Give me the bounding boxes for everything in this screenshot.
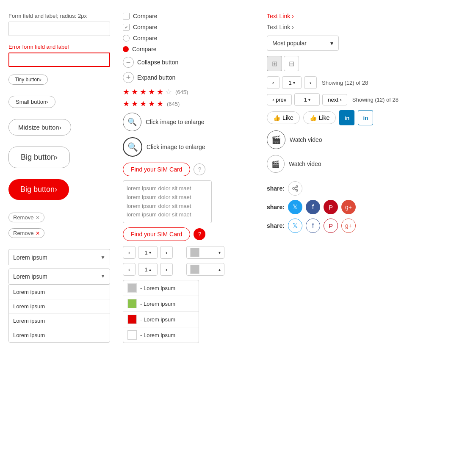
facebook-button-filled[interactable]: f [306, 200, 320, 214]
pag-left-button[interactable]: ‹ [267, 76, 280, 89]
radio-row-1: Compare [123, 35, 254, 42]
pag-next-button[interactable]: next › [322, 94, 347, 105]
pag-prev-button[interactable]: ‹ [123, 246, 136, 259]
share-row-1: share: [267, 181, 468, 196]
midsize-button[interactable]: Midsize button [8, 119, 71, 136]
twitter-button-outline[interactable]: 𝕏 [288, 219, 302, 233]
sort-dropdown[interactable]: Most popular ▾ [267, 36, 339, 51]
linkedin-button-outline[interactable]: in [358, 110, 373, 125]
color-swatch-dropdown[interactable]: ▾ [186, 246, 224, 259]
collapse-row: − Collapse button [123, 57, 254, 68]
form-input[interactable] [8, 22, 110, 36]
svg-point-0 [296, 185, 298, 187]
collapse-button[interactable]: − [123, 57, 134, 68]
dropdown-2[interactable]: Lorem ipsum ▲ [8, 268, 110, 285]
swatch-item-1[interactable]: - Lorem ipsum [123, 280, 199, 296]
list-item[interactable]: Lorem ipsum [9, 285, 110, 299]
remove-tag-1-x: ✕ [36, 215, 40, 221]
small-button[interactable]: Small button [8, 96, 55, 108]
watch-video-label-1: Watch video [290, 136, 322, 143]
find-sim-button-2[interactable]: Find your SIM Card [123, 227, 190, 241]
swatch-color-red [127, 315, 137, 324]
grid-view-button[interactable]: ⊞ [267, 56, 282, 71]
find-sim-button-1[interactable]: Find your SIM Card [123, 163, 190, 176]
help-icon-1[interactable]: ? [194, 163, 205, 175]
gplus-button-filled[interactable]: g+ [341, 200, 356, 214]
dropdown-1[interactable]: Lorem ipsum ▼ [8, 249, 110, 265]
text-link-gray[interactable]: Text Link [267, 24, 468, 30]
pag-num-chevron-down: ▾ [149, 250, 151, 255]
compare-label-3: Compare [133, 35, 158, 42]
radio-unchecked-icon[interactable] [123, 35, 130, 42]
linkedin-button-filled[interactable]: in [339, 110, 354, 125]
expand-button[interactable]: + [123, 72, 134, 83]
color-swatch-dropdown-2[interactable]: ▴ [186, 263, 224, 276]
zoom-plus-icon[interactable]: 🔍 [123, 137, 142, 157]
radio-filled-icon[interactable] [123, 46, 129, 52]
swatch-item-3[interactable]: - Lorem ipsum [123, 312, 199, 327]
share-general-button[interactable] [288, 181, 302, 196]
pag-prev-button-2[interactable]: ‹ [123, 263, 136, 276]
error-form-input[interactable] [8, 53, 110, 67]
facebook-button-outline[interactable]: f [306, 219, 320, 233]
watch-video-row-2: 🎬 Watch video [267, 155, 468, 173]
remove-tag-1-label: Remove [13, 214, 33, 221]
pinterest-button-outline[interactable]: P [324, 219, 338, 233]
swatch-item-2[interactable]: - Lorem ipsum [123, 296, 199, 312]
svg-point-1 [293, 188, 294, 189]
remove-tag-1[interactable]: Remove ✕ [8, 213, 44, 222]
text-link-red[interactable]: Text Link [267, 13, 468, 19]
share-label-1: share: [267, 185, 285, 192]
click-enlarge-row-1: 🔍 Click image to enlarge [123, 113, 254, 131]
remove-tag-2[interactable]: Remove ✕ [8, 228, 44, 238]
list-item[interactable]: Lorem ipsum [9, 299, 110, 314]
chevron-down-icon: ▼ [100, 255, 105, 260]
tiny-button[interactable]: Tiny button [8, 75, 48, 85]
pagination-row-1: ‹ 1 ▾ › ▾ [123, 246, 254, 259]
share-label-3: share: [267, 222, 285, 229]
checkbox-row-2: ✓ Compare [123, 24, 254, 30]
pag-num-display-2: 1 ▴ [138, 263, 158, 276]
svg-point-2 [296, 190, 298, 191]
sort-chevron-icon: ▾ [330, 40, 333, 47]
checkbox-unchecked-icon[interactable] [123, 13, 130, 19]
pag-right-chevron-down: ▾ [293, 80, 295, 85]
swatch-item-4[interactable]: - Lorem ipsum [123, 327, 199, 343]
swatch-color-box [190, 248, 199, 257]
checkbox-checked-icon[interactable]: ✓ [123, 24, 130, 30]
pag-prev-button[interactable]: ‹ prev [267, 94, 292, 105]
like-button-1[interactable]: 👍 Like [267, 111, 300, 124]
list-view-button[interactable]: ⊟ [284, 56, 299, 71]
swatch-color-white [127, 330, 137, 340]
twitter-button-filled[interactable]: 𝕏 [288, 200, 302, 214]
zoom-icon[interactable]: 🔍 [123, 113, 141, 131]
svg-line-3 [294, 189, 296, 190]
help-icon-red[interactable]: ? [194, 228, 205, 240]
stars-row-1: ★ ★ ★ ★ ★ ☆ (645) [123, 87, 254, 97]
swatch-color-box-2 [190, 265, 199, 274]
list-item[interactable]: Lorem ipsum [9, 328, 110, 342]
like-button-2[interactable]: 👍 Like [303, 111, 336, 124]
video-icon-2[interactable]: 🎬 [267, 155, 285, 173]
sim-row-2: Find your SIM Card ? [123, 227, 254, 241]
pinterest-button-filled[interactable]: P [324, 200, 338, 214]
big-button-red[interactable]: Big button [8, 179, 69, 200]
swatch-label-1: - Lorem ipsum [140, 285, 175, 291]
sort-label: Most popular [272, 40, 307, 47]
star-half-icon: ★ [157, 87, 163, 97]
compare-label-2: Compare [133, 24, 158, 30]
pag-right-chevron-down-2: ▾ [308, 97, 310, 102]
pag-right-button[interactable]: › [304, 76, 317, 89]
big-button-outline[interactable]: Big button [8, 147, 70, 168]
star-count-2: (645) [167, 101, 180, 107]
video-icon-1[interactable]: 🎬 [267, 130, 285, 149]
list-item[interactable]: Lorem ipsum [9, 314, 110, 328]
pag-next-button-2[interactable]: › [160, 263, 173, 276]
gplus-button-outline[interactable]: g+ [341, 219, 356, 233]
star-icon: ★ [123, 87, 130, 97]
click-enlarge-label-1: Click image to enlarge [146, 119, 205, 125]
lorem-text-box: lorem ipsum dolor sit maet lorem ipsum d… [123, 180, 212, 223]
pag-right-num-value-1: 1 [288, 80, 291, 86]
pag-next-button[interactable]: › [160, 246, 173, 259]
star-icon: ★ [131, 87, 138, 97]
